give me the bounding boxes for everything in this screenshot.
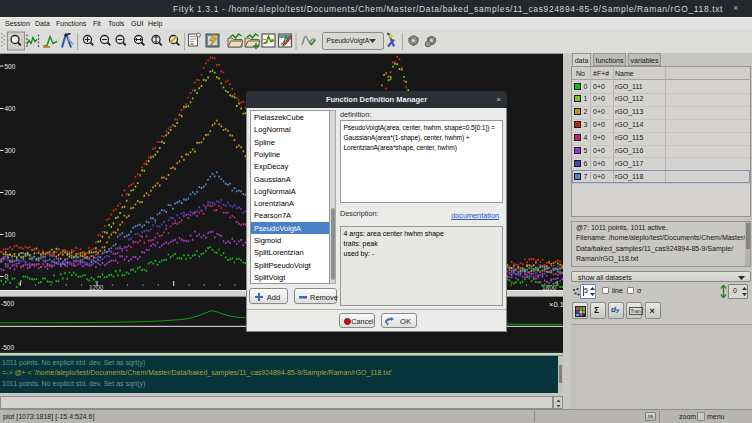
svg-text:×0.1: ×0.1 [549, 300, 563, 309]
svg-text:-500: -500 [1, 344, 14, 351]
svg-text:200: 200 [5, 189, 16, 196]
svg-text:500: 500 [5, 63, 16, 70]
svg-text:100: 100 [5, 231, 16, 238]
svg-text:-500: -500 [1, 300, 14, 307]
svg-text:300: 300 [5, 147, 16, 154]
svg-text:400: 400 [5, 105, 16, 112]
svg-text:PseudoVoigtA: PseudoVoigtA [327, 37, 370, 45]
